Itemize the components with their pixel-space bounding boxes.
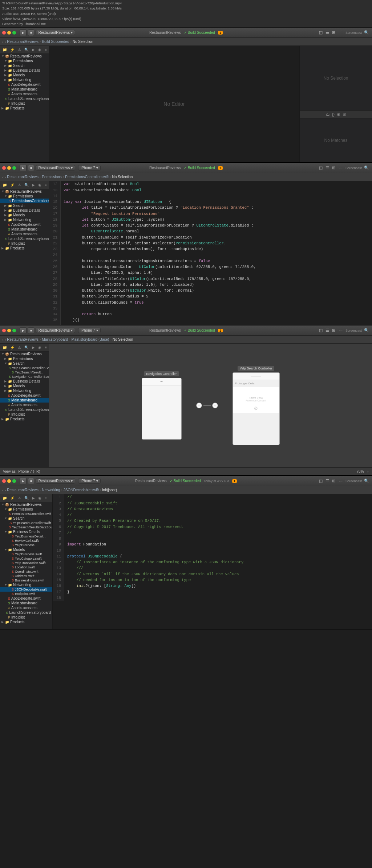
bp-nav-s3[interactable]: ◉	[37, 345, 43, 350]
jump-mainsb-base-s3[interactable]: Main.storyboard (Base)	[71, 337, 109, 341]
jump-fwd-s4[interactable]: ›	[5, 488, 6, 492]
breadcrumb-project-s1[interactable]: RestaurantReviews	[7, 40, 39, 44]
sidebar-appdelegate-s4[interactable]: S AppDelegate.swift	[0, 596, 52, 601]
code-editor-s4[interactable]: 1 // 2 // JSONDecodable.swift 3 // Resta…	[53, 494, 372, 629]
sidebar-item-launch-storyboard[interactable]: S LaunchScreen.storyboard	[0, 96, 49, 101]
sidebar-item-products[interactable]: ▶ 📁 Products	[0, 106, 49, 111]
sidebar-address-s4[interactable]: S Address.swift	[0, 574, 52, 578]
device-s3[interactable]: iPhone 7 ▾	[78, 328, 100, 333]
sidebar-permissions-s2[interactable]: ▼ 📁 Permissions	[0, 194, 49, 199]
sidebar-yelpbusiness-s4[interactable]: S YelpBusiness.swift	[0, 552, 52, 556]
sidebar-products-s3[interactable]: ▶ 📁 Products	[0, 417, 49, 421]
jump-fwd-s3[interactable]: ›	[5, 337, 6, 342]
breadcrumb-fwd-btn[interactable]: ›	[5, 40, 6, 44]
sidebar-models-s2[interactable]: ▶ 📁 Models	[0, 213, 49, 217]
folder-navigator-btn[interactable]: 📁	[1, 47, 8, 52]
sidebar-permissions-s4[interactable]: ▼ 📁 Permissions	[0, 507, 52, 512]
sidebar-mainstb-s4[interactable]: S Main.storyboard	[0, 601, 52, 605]
search-toolbar-btn[interactable]: 🔍	[363, 30, 370, 35]
sidebar-location-s4[interactable]: S Location.swift	[0, 565, 52, 569]
sidebar-networking-s3[interactable]: ▶ 📁 Networking	[0, 388, 49, 393]
sidebar-assets-s4[interactable]: A Assets.xcassets	[0, 605, 52, 610]
folder-nav-s3[interactable]: 📁	[1, 345, 8, 350]
sidebar-permctrl-s4[interactable]: S PermissionsController.swift	[0, 512, 52, 516]
jump-networking-s4[interactable]: Networking	[42, 488, 60, 492]
sidebar-plist-s2[interactable]: P Info.plist	[0, 241, 49, 246]
scheme-selector-s2[interactable]: RestaurantReviews ▾	[36, 165, 75, 171]
sidebar-launch-s2[interactable]: S LaunchScreen.storyboard	[0, 236, 49, 241]
navigator-toggle-btn[interactable]: ☰	[325, 30, 330, 35]
jump-back-s3[interactable]: ‹	[2, 337, 4, 342]
search-nav-s2[interactable]: 🔍	[23, 183, 30, 187]
source-nav-s2[interactable]: ⚡	[9, 183, 16, 187]
code-editor-s2[interactable]: 12 var isAuthorizedForLocation: Bool 13 …	[49, 181, 372, 325]
maximize-window-btn[interactable]	[12, 31, 16, 35]
sidebar-ysrs-s4[interactable]: S YelpSearchResultsDataSource.swift	[0, 525, 52, 529]
stop-button-s2[interactable]: ■	[28, 165, 34, 171]
report-nav-s2[interactable]: ≡	[44, 183, 48, 187]
window-controls-s2[interactable]	[2, 166, 16, 170]
sidebar-models-s3[interactable]: ▶ 📁 Models	[0, 384, 49, 388]
sidebar-rr-s2[interactable]: ▼ 📦 RestaurantReviews	[0, 189, 49, 194]
sidebar-search-s4[interactable]: ▼ 📁 Search	[0, 516, 52, 521]
sidebar-yelpcategory-s4[interactable]: S YelpCategory.swift	[0, 556, 52, 561]
sidebar-ysc-s3[interactable]: S Yelp Search Controller Scene	[0, 366, 49, 370]
stop-btn-s3[interactable]: ■	[28, 327, 34, 334]
debug-nav-s2[interactable]: ▶	[31, 183, 36, 187]
run-btn-s4[interactable]: ▶	[20, 478, 27, 484]
source-nav-s3[interactable]: ⚡	[9, 345, 16, 350]
minimize-btn-s4[interactable]	[7, 479, 11, 483]
maximize-btn-s4[interactable]	[12, 479, 16, 483]
maximize-btn-s3[interactable]	[12, 329, 16, 332]
breakpoint-navigator-btn[interactable]: ◉	[37, 47, 43, 52]
sidebar-item-restaurantreviews[interactable]: ▼ 📦 RestaurantReviews	[0, 54, 49, 59]
nav-controller-vc[interactable]: ─	[142, 378, 182, 440]
sidebar-rr-s3[interactable]: ▼ 📦 RestaurantReviews	[0, 352, 49, 356]
sidebar-item-search[interactable]: ▶ 📁 Search	[0, 63, 49, 68]
sidebar-yelptransaction-s4[interactable]: S YelpTransaction.swift	[0, 561, 52, 565]
jump-jsonfile-s4[interactable]: JSONDecodable.swift	[64, 488, 99, 492]
stop-btn-s4[interactable]: ■	[28, 478, 34, 484]
close-window-btn[interactable]	[2, 31, 6, 35]
sidebar-launchstb-s4[interactable]: S LaunchScreen.storyboard	[0, 610, 52, 615]
sidebar-yelpbiz-s4[interactable]: S YelpBusiness...	[0, 543, 52, 547]
jump-mainsb-s3[interactable]: Main.storyboard	[42, 337, 68, 341]
debug-navigator-btn[interactable]: ▶	[31, 47, 36, 52]
jump-back-btn-s2[interactable]: ‹	[2, 175, 4, 179]
sidebar-search-s2[interactable]: ▶ 📁 Search	[0, 203, 49, 208]
minimize-window-btn[interactable]	[7, 31, 11, 35]
device-selector-s2[interactable]: iPhone 7 ▾	[78, 165, 100, 171]
report-nav-s4[interactable]: ≡	[44, 496, 48, 500]
jump-project-s2[interactable]: RestaurantReviews	[7, 175, 39, 179]
scheme-selector[interactable]: RestaurantReviews ▾	[36, 30, 75, 35]
sidebar-bizdet-s2[interactable]: ▶ 📁 Business Details	[0, 208, 49, 213]
issue-navigator-btn[interactable]: ⚠	[17, 47, 22, 52]
sidebar-item-appdelegate[interactable]: S AppDelegate.swift	[0, 82, 49, 87]
sidebar-mainstoryboard-s2[interactable]: S Main.storyboard	[0, 227, 49, 232]
maximize-window-btn-s2[interactable]	[12, 166, 16, 170]
minimize-btn-s3[interactable]	[7, 329, 11, 332]
bp-nav-s2[interactable]: ◉	[37, 183, 43, 187]
navigator-toggle-s3[interactable]: ☰	[325, 328, 330, 333]
sidebar-launch-s3[interactable]: S LaunchScreen.storyboard	[0, 407, 49, 412]
source-nav-s4[interactable]: ⚡	[9, 496, 16, 500]
window-controls-s4[interactable]	[2, 479, 16, 483]
window-controls-s3[interactable]	[2, 329, 16, 332]
search-toolbar-s3[interactable]: 🔍	[363, 328, 370, 333]
sidebar-networking-s4[interactable]: ▼ 📁 Networking	[0, 583, 52, 587]
search-toolbar-s4[interactable]: 🔍	[363, 479, 370, 483]
inspector-identity-btn[interactable]: ◉	[337, 112, 340, 117]
sidebar-coordinate-s4[interactable]: S Coordinate.swift	[0, 569, 52, 574]
sidebar-assets-s3[interactable]: A Assets.xcassets	[0, 403, 49, 407]
scheme-s3[interactable]: RestaurantReviews ▾	[36, 328, 75, 333]
inspector-toggle-s4[interactable]: ⊞	[331, 479, 336, 483]
sidebar-plist-s3[interactable]: P Info.plist	[0, 412, 49, 417]
sidebar-appdelegate-s2[interactable]: S AppDelegate.swift	[0, 222, 49, 227]
sidebar-jsondecodable-s4[interactable]: S JSONDecodable.swift	[0, 587, 52, 592]
sidebar-item-info-plist[interactable]: P Info.plist	[0, 101, 49, 106]
sidebar-assets-s2[interactable]: A Assets.xcassets	[0, 232, 49, 236]
report-nav-s3[interactable]: ≡	[44, 345, 48, 350]
inspector-toggle-btn-s2[interactable]: ⊞	[331, 165, 336, 170]
minimize-window-btn-s2[interactable]	[7, 166, 11, 170]
folder-nav-s4[interactable]: 📁	[1, 496, 8, 500]
